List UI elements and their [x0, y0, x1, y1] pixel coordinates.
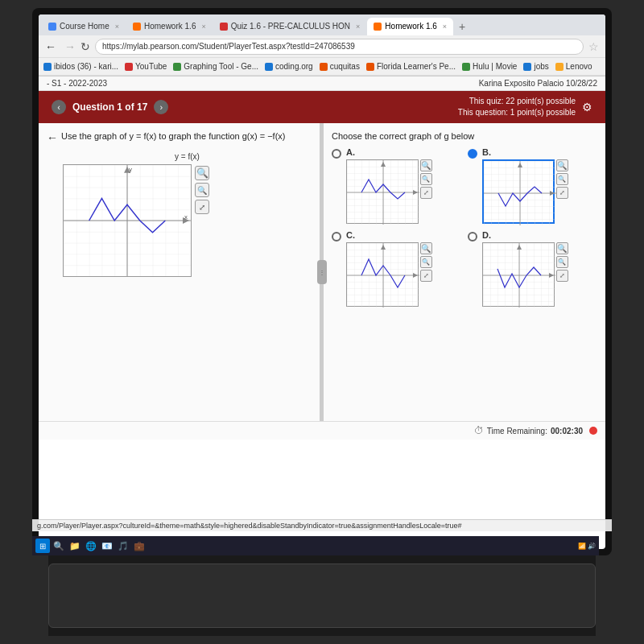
option-a-label: A. [346, 147, 432, 157]
bookmark-coding[interactable]: coding.org [265, 62, 313, 71]
taskbar-item-5[interactable]: 💼 [132, 539, 147, 549]
left-panel: ← Use the graph of y = f(x) to graph the… [39, 123, 320, 421]
option-a-zoom-in[interactable]: 🔍 [420, 159, 432, 171]
right-panel: Choose the correct graph of g below A. [324, 123, 605, 421]
student-info: Karina Exposito Palacio 10/28/22 [479, 79, 597, 88]
bookmark-cuquitas[interactable]: cuquitas [320, 62, 360, 71]
main-graph-label: y = f(x) [63, 152, 312, 161]
bookmark-icon-3 [173, 63, 181, 71]
start-button[interactable]: ⊞ [39, 539, 50, 549]
zoom-out-button[interactable]: 🔍 [195, 183, 209, 197]
option-c: C. [332, 230, 461, 307]
radio-d[interactable] [468, 232, 477, 242]
bookmark-label-5: cuquitas [330, 62, 360, 71]
option-a-content: A. [346, 147, 432, 224]
tab-close-1[interactable]: × [115, 23, 119, 31]
tab-quiz[interactable]: Quiz 1.6 - PRE-CALCULUS HON × [213, 18, 367, 35]
arrow-icon: ← [47, 131, 58, 144]
option-d-zoom-out[interactable]: 🔍 [556, 256, 568, 268]
option-c-zoom-out[interactable]: 🔍 [420, 256, 432, 268]
option-c-controls: 🔍 🔍 ⤢ [420, 242, 432, 282]
address-input[interactable] [95, 39, 584, 55]
option-a-controls: 🔍 🔍 ⤢ [420, 159, 432, 199]
question-label: Question 1 of 17 [72, 101, 147, 113]
option-c-expand[interactable]: ⤢ [420, 270, 432, 282]
question-nav: ‹ Question 1 of 17 › [52, 100, 168, 114]
bookmark-graphing[interactable]: Graphing Tool - Ge... [173, 62, 258, 71]
tab-homework2[interactable]: Homework 1.6 × [367, 18, 453, 35]
bookmark-icon-9 [555, 63, 564, 71]
option-b-zoom-in[interactable]: 🔍 [556, 159, 568, 171]
option-c-graph-row: 🔍 🔍 ⤢ [346, 242, 432, 307]
expand-button[interactable]: ⤢ [195, 200, 209, 214]
radio-b[interactable] [468, 149, 477, 159]
option-d: D. [468, 230, 597, 307]
bookmark-jobs[interactable]: jobs [523, 62, 548, 71]
svg-text:y: y [129, 166, 132, 173]
radio-a[interactable] [332, 149, 341, 159]
option-b-graph-row: 🔍 🔍 ⤢ [482, 159, 568, 224]
bookmark-icon-5 [320, 63, 328, 71]
option-c-zoom-in[interactable]: 🔍 [420, 242, 432, 254]
option-d-expand[interactable]: ⤢ [556, 270, 568, 282]
option-a-expand[interactable]: ⤢ [420, 187, 432, 199]
bookmark-lenovo[interactable]: Lenovo [555, 62, 592, 71]
quiz-header: ‹ Question 1 of 17 › This quiz: 22 point… [39, 91, 605, 123]
bookmark-icon-7 [462, 63, 470, 71]
option-b: B. [468, 147, 597, 224]
back-button[interactable]: ← [45, 40, 56, 53]
bookmark-star[interactable]: ☆ [588, 40, 599, 53]
wifi-icon: 📶 [578, 543, 586, 550]
tab-course-home[interactable]: Course Home × [42, 18, 126, 35]
bookmark-hulu[interactable]: Hulu | Movie [462, 62, 517, 71]
tab-close-2[interactable]: × [201, 23, 205, 31]
volume-icon: 🔊 [588, 543, 596, 550]
new-tab-button[interactable]: + [454, 19, 470, 35]
answer-grid: A. [332, 147, 597, 307]
tab-homework1[interactable]: Homework 1.6 × [126, 18, 213, 35]
bookmark-label-7: Hulu | Movie [473, 62, 517, 71]
option-d-zoom-in[interactable]: 🔍 [556, 242, 568, 254]
option-d-label: D. [482, 230, 568, 240]
tab-favicon-2 [133, 23, 141, 31]
system-tray: 📶 🔊 [578, 543, 596, 550]
question-points: This question: 1 point(s) possible [458, 107, 576, 118]
prev-question-button[interactable]: ‹ [52, 100, 66, 114]
taskbar: ⊞ 🔍 📁 🌐 📧 🎵 💼 📶 🔊 [39, 536, 599, 549]
screen-bezel: Course Home × Homework 1.6 × Quiz 1.6 - … [32, 8, 612, 555]
search-taskbar-button[interactable]: 🔍 [52, 539, 66, 549]
tab-favicon-4 [374, 23, 382, 31]
option-b-controls: 🔍 🔍 ⤢ [556, 159, 568, 199]
tab-close-3[interactable]: × [356, 23, 360, 31]
taskbar-item-2[interactable]: 🌐 [84, 539, 98, 549]
bookmark-icon-6 [366, 63, 374, 71]
option-c-content: C. [346, 230, 432, 307]
keyboard-area [48, 555, 596, 636]
forward-button[interactable]: → [64, 40, 76, 53]
radio-c[interactable] [332, 232, 341, 242]
bookmark-label-3: Graphing Tool - Ge... [184, 62, 258, 71]
bookmark-label-2: YouTube [135, 62, 167, 71]
option-b-expand[interactable]: ⤢ [556, 187, 568, 199]
settings-button[interactable]: ⚙ [582, 101, 592, 114]
tab-label-3: Quiz 1.6 - PRE-CALCULUS HON [231, 22, 350, 31]
taskbar-item-3[interactable]: 📧 [100, 539, 114, 549]
bookmark-icon-8 [523, 63, 531, 71]
option-b-zoom-out[interactable]: 🔍 [556, 173, 568, 185]
zoom-in-button[interactable]: 🔍 [195, 166, 209, 180]
next-question-button[interactable]: › [154, 100, 168, 114]
taskbar-item-4[interactable]: 🎵 [116, 539, 130, 549]
refresh-button[interactable]: ↻ [80, 40, 90, 53]
bookmark-ibidos[interactable]: ibidos (36) - kari... [43, 62, 118, 71]
option-c-label: C. [346, 230, 432, 240]
bookmark-youtube[interactable]: YouTube [125, 62, 167, 71]
recording-dot [589, 427, 597, 435]
tab-close-4[interactable]: × [443, 23, 447, 31]
option-a-zoom-out[interactable]: 🔍 [420, 173, 432, 185]
option-b-graph [482, 159, 555, 224]
tab-favicon-3 [220, 23, 228, 31]
bookmark-florida[interactable]: Florida Learner's Pe... [366, 62, 456, 71]
option-d-graph [482, 242, 555, 307]
taskbar-item-1[interactable]: 📁 [68, 539, 82, 549]
choose-text: Choose the correct graph of g below [332, 131, 597, 141]
